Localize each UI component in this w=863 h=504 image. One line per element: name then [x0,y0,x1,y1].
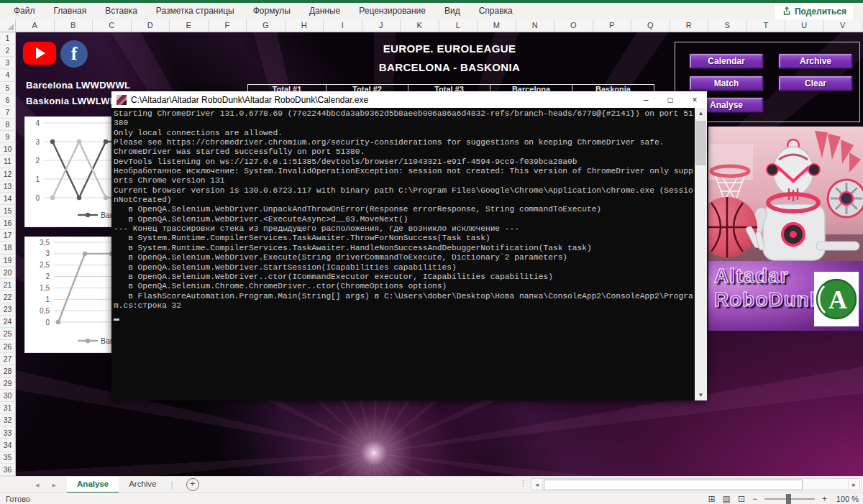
column-header-O[interactable]: O [554,19,593,32]
column-header-F[interactable]: F [209,19,247,32]
row-header-26[interactable]: 26 [0,340,16,352]
row-header-32[interactable]: 32 [0,414,16,426]
row-header-4[interactable]: 4 [0,69,16,81]
column-header-S[interactable]: S [708,19,747,32]
row-header-24[interactable]: 24 [0,316,16,328]
column-header-E[interactable]: E [170,19,209,32]
scroll-left-icon[interactable]: ◂ [531,479,543,490]
row-header-16[interactable]: 16 [0,217,16,229]
row-header-28[interactable]: 28 [0,365,16,377]
row-header-14[interactable]: 14 [0,193,16,205]
column-header-G[interactable]: G [247,19,286,32]
view-page-break-icon[interactable]: ⊡ [738,494,745,504]
row-header-29[interactable]: 29 [0,377,16,390]
zoom-in-button[interactable]: + [822,494,827,504]
column-header-B[interactable]: B [55,19,93,32]
row-header-11[interactable]: 11 [0,155,16,168]
row-header-20[interactable]: 20 [0,267,16,279]
row-header-35[interactable]: 35 [0,452,16,464]
view-normal-icon[interactable]: ⊞ [708,494,716,504]
row-header-5[interactable]: 5 [0,82,16,94]
view-page-layout-icon[interactable]: ▤ [723,494,731,504]
sheet-tab-archive[interactable]: Archive [119,477,166,493]
column-header-H[interactable]: H [286,19,324,32]
ribbon-tab-1[interactable]: Главная [45,3,96,19]
share-button[interactable]: Поделиться [775,3,853,19]
horizontal-scrollbar-thumb[interactable] [544,480,803,490]
row-header-36[interactable]: 36 [0,464,16,476]
row-header-6[interactable]: 6 [0,94,16,106]
column-header-V[interactable]: V [824,19,863,32]
row-header-7[interactable]: 7 [0,106,16,119]
column-header-J[interactable]: J [362,19,401,32]
button-clear[interactable]: Clear [779,76,852,91]
row-header-19[interactable]: 19 [0,255,16,267]
ribbon-tab-8[interactable]: Справка [470,3,522,19]
ribbon-tab-5[interactable]: Данные [300,3,350,19]
ribbon-tab-4[interactable]: Формулы [244,3,300,19]
row-header-22[interactable]: 22 [0,291,16,303]
row-header-33[interactable]: 33 [0,426,16,439]
scroll-down-icon[interactable]: ▼ [695,390,707,400]
row-header-3[interactable]: 3 [0,57,16,69]
row-header-17[interactable]: 17 [0,229,16,242]
row-header-27[interactable]: 27 [0,353,16,365]
ribbon-tab-7[interactable]: Вид [435,3,470,19]
column-header-K[interactable]: K [401,19,439,32]
column-header-P[interactable]: P [593,19,632,32]
column-header-N[interactable]: N [516,19,555,32]
column-header-R[interactable]: R [670,19,709,32]
horizontal-scrollbar[interactable]: ◂ ▸ [531,478,860,490]
column-header-U[interactable]: U [785,19,824,32]
row-header-34[interactable]: 34 [0,439,16,452]
zoom-out-button[interactable]: − [752,494,757,504]
row-header-13[interactable]: 13 [0,180,16,193]
button-match[interactable]: Match [690,76,763,91]
ribbon-tab-6[interactable]: Рецензирование [350,3,435,19]
scroll-up-icon[interactable]: ▲ [695,108,707,119]
row-header-8[interactable]: 8 [0,119,16,131]
ribbon-tab-3[interactable]: Разметка страницы [147,3,244,19]
add-sheet-button[interactable]: + [186,478,199,491]
select-all-corner[interactable] [0,19,16,32]
console-scrollbar-thumb[interactable] [695,121,706,165]
row-header-21[interactable]: 21 [0,279,16,291]
minimize-button[interactable]: – [634,91,658,108]
column-header-C[interactable]: C [93,19,132,32]
column-header-Q[interactable]: Q [631,19,670,32]
row-header-9[interactable]: 9 [0,131,16,143]
row-header-30[interactable]: 30 [0,390,16,402]
zoom-level[interactable]: 100 % [834,495,859,503]
row-header-25[interactable]: 25 [0,328,16,340]
console-output[interactable]: Starting ChromeDriver 131.0.6778.69 (77e… [111,108,695,400]
zoom-slider-thumb[interactable] [786,494,791,504]
console-titlebar[interactable]: C:\Altadar\Altadar RoboDunk\Altadar Robo… [111,91,707,108]
close-button[interactable]: × [682,91,707,108]
column-header-L[interactable]: L [439,19,478,32]
column-header-I[interactable]: I [324,19,362,32]
scroll-right-icon[interactable]: ▸ [848,479,859,490]
console-scrollbar[interactable]: ▲ ▼ [695,108,707,400]
ribbon-tab-0[interactable]: Файл [4,3,45,19]
youtube-icon[interactable] [23,42,56,65]
column-header-T[interactable]: T [747,19,786,32]
splitter-handle[interactable]: ⋮ [519,479,526,488]
facebook-icon[interactable]: f [60,40,88,68]
maximize-button[interactable]: □ [658,91,682,108]
zoom-slider[interactable] [764,498,815,500]
column-header-M[interactable]: M [478,19,516,32]
row-header-1[interactable]: 1 [0,32,16,45]
sheet-nav-left-icon[interactable]: ◂ [29,480,46,490]
row-header-2[interactable]: 2 [0,45,16,57]
row-header-15[interactable]: 15 [0,205,16,217]
ribbon-tab-2[interactable]: Вставка [96,3,147,19]
button-calendar[interactable]: Calendar [690,54,763,68]
row-header-12[interactable]: 12 [0,168,16,180]
button-archive[interactable]: Archive [779,54,852,68]
sheet-tab-analyse[interactable]: Analyse [67,477,119,493]
row-header-23[interactable]: 23 [0,303,16,316]
sheet-nav-right-icon[interactable]: ▸ [46,480,63,490]
row-header-31[interactable]: 31 [0,402,16,414]
column-header-A[interactable]: A [16,19,55,32]
column-header-D[interactable]: D [132,19,170,32]
